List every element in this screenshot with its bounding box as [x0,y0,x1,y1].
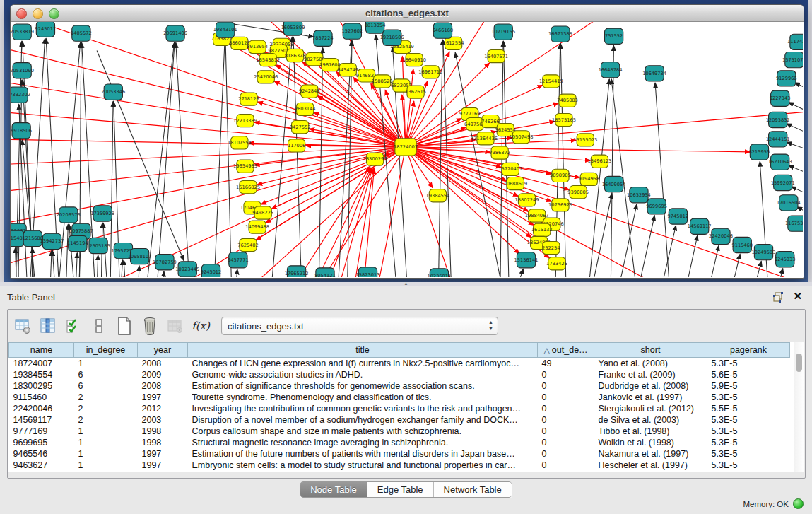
window-titlebar[interactable]: citations_edges.txt [11,5,804,22]
graph-node[interactable]: 751552 [604,28,623,44]
graph-node[interactable]: 9242848 [299,85,320,98]
close-icon[interactable]: ✕ [793,290,802,303]
graph-node[interactable]: 9898985 [550,169,571,182]
column-header-name[interactable]: name [9,343,74,358]
graph-edge[interactable] [233,269,237,277]
network-canvas[interactable]: 1872400718300295193845547163822886012889… [11,22,803,277]
graph-node[interactable]: 16961712 [418,66,442,78]
table-cell[interactable]: 1 [74,358,138,370]
graph-node[interactable]: 20533819 [11,24,34,40]
column-header-in_degree[interactable]: in_degree [74,343,138,358]
graph-node[interactable]: 8215955 [749,144,770,160]
table-cell[interactable]: 19384554 [9,369,74,380]
column-visibility-icon[interactable] [64,317,83,335]
table-cell[interactable]: 1997 [138,460,188,471]
table-cell[interactable]: 5.3E-5 [707,426,790,437]
graph-node[interactable]: 17359928 [90,206,114,221]
table-row[interactable]: 946554611997Estimation of the future num… [9,448,790,460]
graph-node[interactable]: 14099488 [245,221,269,233]
table-cell[interactable]: Structural magnetic resonance image aver… [188,437,538,448]
graph-node[interactable]: 15136141 [514,252,539,268]
graph-node[interactable]: 2803144 [295,103,316,115]
graph-edge[interactable] [154,42,175,277]
table-cell[interactable]: 2008 [138,380,188,392]
table-cell[interactable]: Embryonic stem cells: a model to study s… [188,460,538,471]
import-table-icon[interactable] [166,317,184,335]
graph-node[interactable]: 15166825 [236,180,260,193]
table-cell[interactable]: 6 [74,369,138,380]
table-cell[interactable]: 5.3E-5 [707,392,790,403]
graph-node[interactable]: 23420046 [254,71,278,83]
minimize-window-button[interactable] [33,8,43,19]
graph-node[interactable]: 1145194 [67,235,88,251]
graph-node[interactable]: 1405572 [71,25,92,41]
function-builder-icon[interactable]: f(x) [192,317,210,335]
table-cell[interactable]: 5.3E-5 [707,460,790,471]
table-cell[interactable]: 0 [538,414,594,426]
graph-node[interactable]: 15992071 [771,175,795,190]
graph-node[interactable]: 15155023 [573,134,597,146]
graph-edge[interactable] [655,83,674,277]
graph-node[interactable]: 1588520 [372,75,393,88]
graph-node[interactable]: 8912954 [247,40,268,53]
graph-node[interactable]: 11675312 [785,216,803,231]
table-cell[interactable]: 0 [538,460,594,471]
table-row[interactable]: 1938455462009Genome-wide association stu… [9,369,790,380]
new-table-icon[interactable] [115,317,134,335]
graph-node[interactable]: 18300295 [363,153,387,165]
graph-edge[interactable] [304,168,372,277]
table-cell[interactable]: 0 [538,380,594,392]
table-cell[interactable]: 0 [538,369,594,380]
tab-node-table[interactable]: Node Table [300,482,367,497]
table-cell[interactable]: 0 [538,448,594,460]
table-cell[interactable]: 1 [74,460,138,471]
graph-node[interactable]: 19654985 [233,160,257,173]
table-cell[interactable]: 1997 [138,392,188,403]
table-cell[interactable]: 0 [538,426,594,437]
graph-node[interactable]: 9745012 [668,209,689,224]
graph-edge[interactable] [95,255,98,277]
scrollbar-thumb[interactable] [796,354,802,372]
table-cell[interactable]: 9699695 [9,437,74,448]
graph-edge[interactable] [74,253,77,277]
graph-node[interactable]: 17016504 [777,195,801,211]
graph-node[interactable]: 20053346 [101,84,125,100]
graph-node[interactable]: 10632954 [627,187,651,203]
graph-node[interactable]: 10923445 [175,262,199,277]
table-cell[interactable]: 0 [538,437,594,448]
table-cell[interactable]: 14569117 [9,414,74,426]
table-cell[interactable]: 18724007 [9,358,74,370]
table-cell[interactable]: 1998 [138,426,188,437]
table-row[interactable]: 946362711997Embryonic stem cells: a mode… [9,460,790,471]
table-cell[interactable]: 2008 [138,358,188,370]
graph-node[interactable]: 20206576 [57,207,81,223]
table-cell[interactable]: 5.3E-5 [707,448,790,460]
table-cell[interactable]: Genome-wide association studies in ADHD. [188,369,538,380]
graph-node[interactable]: 12093832 [766,112,790,127]
graph-node[interactable]: 7625402 [237,238,259,251]
table-cell[interactable]: 1997 [138,448,188,460]
graph-node[interactable]: 8454749 [337,64,358,76]
graph-edge[interactable] [48,251,52,277]
table-cell[interactable]: 18300295 [9,380,74,392]
column-select-icon[interactable] [39,317,57,335]
graph-node[interactable]: 10719155 [491,24,515,40]
graph-node[interactable]: 16407571 [484,49,508,62]
graph-node[interactable]: 1527602 [341,23,363,39]
table-cell[interactable]: 5.3E-5 [707,414,790,426]
table-cell[interactable]: Tibbo et al. (1998) [594,426,707,437]
delete-table-icon[interactable] [141,317,159,335]
graph-edge[interactable] [52,251,57,277]
table-cell[interactable]: 9777169 [9,426,74,437]
graph-node[interactable]: 9245011 [35,22,57,37]
graph-node[interactable]: 16053809 [281,22,305,35]
graph-node[interactable]: 15720407 [498,163,522,175]
table-cell[interactable]: Jankovic et al. (1997) [594,392,707,403]
graph-node[interactable]: 17965212 [285,266,309,277]
graph-node[interactable]: 9115460 [731,237,753,252]
table-cell[interactable]: Disruption of a novel member of a sodium… [188,414,538,426]
graph-edge[interactable] [795,83,803,108]
table-cell[interactable]: Franke et al. (2009) [594,369,707,380]
graph-node[interactable]: 10958107 [128,249,152,264]
zoom-window-button[interactable] [49,8,59,19]
